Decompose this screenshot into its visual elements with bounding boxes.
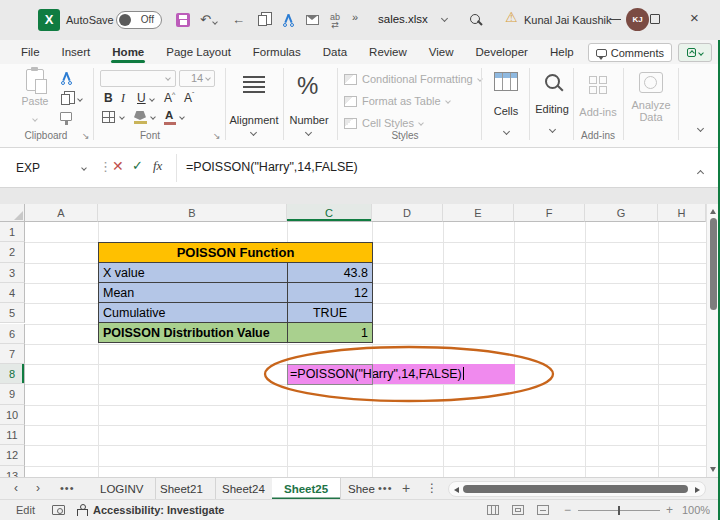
underline-chevron-icon[interactable] xyxy=(149,96,155,102)
row-header-12[interactable]: 12 xyxy=(0,445,25,465)
increase-font-button[interactable]: A^ xyxy=(164,91,175,105)
format-painter-icon[interactable] xyxy=(60,112,72,121)
row-value[interactable]: 43.8 xyxy=(288,263,373,283)
select-all-corner[interactable] xyxy=(0,204,25,222)
number-button[interactable]: Number xyxy=(284,114,334,126)
row-header-9[interactable]: 9 xyxy=(0,384,25,404)
horizontal-scrollbar[interactable] xyxy=(448,481,706,497)
underline-button[interactable]: U xyxy=(137,91,146,105)
file-menu-chevron-icon[interactable] xyxy=(441,15,448,22)
copy-icon[interactable] xyxy=(258,15,267,26)
font-dialog-launcher[interactable]: ↘ xyxy=(213,131,221,141)
scroll-right-icon[interactable] xyxy=(695,487,700,493)
cell-styles-button[interactable]: Cell Styles xyxy=(344,117,423,129)
font-color-chevron-icon[interactable] xyxy=(179,114,185,120)
copy-chevron-icon[interactable] xyxy=(77,96,83,102)
analyze-data-button[interactable]: Analyze Data xyxy=(628,72,674,123)
cells-button[interactable]: Cells xyxy=(486,72,526,138)
column-header-G[interactable]: G xyxy=(585,204,658,222)
row-label[interactable]: POISSON Distribution Value xyxy=(99,323,288,343)
sheet-tab-loginv[interactable]: LOGINV xyxy=(88,478,156,500)
avatar[interactable]: KJ xyxy=(626,8,649,31)
tab-review[interactable]: Review xyxy=(358,40,418,64)
scroll-up-icon[interactable] xyxy=(710,209,716,214)
zoom-in-icon[interactable]: + xyxy=(666,503,673,517)
autosave-toggle[interactable]: Off xyxy=(116,11,162,29)
borders-chevron-icon[interactable] xyxy=(119,114,125,120)
add-ins-button[interactable]: Add-ins xyxy=(576,76,620,118)
vertical-scroll-thumb[interactable] xyxy=(710,218,717,310)
sheet-tab-sheet24[interactable]: Sheet24 xyxy=(210,478,278,500)
bold-button[interactable]: B xyxy=(104,91,113,105)
row-label[interactable]: Mean xyxy=(99,283,288,303)
more-sheets-icon[interactable]: ••• xyxy=(378,482,393,494)
tab-formulas[interactable]: Formulas xyxy=(242,40,312,64)
format-as-table-button[interactable]: Format as Table xyxy=(344,95,450,107)
tab-view[interactable]: View xyxy=(418,40,465,64)
sheet-tab-sheet25[interactable]: Sheet25 xyxy=(272,478,341,500)
page-break-view-icon[interactable] xyxy=(537,505,549,515)
row-header-7[interactable]: 7 xyxy=(0,344,25,364)
comments-button[interactable]: Comments xyxy=(588,43,672,62)
all-sheets-icon[interactable]: ••• xyxy=(60,482,75,494)
formula-input[interactable]: =POISSON("Harry",14,FALSE) xyxy=(186,160,358,174)
tab-page-layout[interactable]: Page Layout xyxy=(155,40,242,64)
row-header-10[interactable]: 10 xyxy=(0,405,25,425)
scroll-left-icon[interactable] xyxy=(454,487,459,493)
sheet-options-icon[interactable]: ⋮ xyxy=(426,481,438,495)
cancel-entry-icon[interactable]: ✕ xyxy=(112,158,124,174)
formula-bar-collapse-icon[interactable] xyxy=(698,162,703,180)
clipboard-dialog-launcher[interactable]: ↘ xyxy=(82,131,90,141)
new-sheet-icon[interactable]: + xyxy=(402,480,410,496)
column-header-A[interactable]: A xyxy=(25,204,98,222)
row-label[interactable]: X value xyxy=(99,263,288,283)
scroll-down-icon[interactable] xyxy=(710,467,716,472)
search-icon[interactable] xyxy=(470,14,480,24)
row-value[interactable]: 12 xyxy=(288,283,373,303)
tab-developer[interactable]: Developer xyxy=(465,40,539,64)
maximize-button[interactable] xyxy=(650,14,660,24)
decrease-font-button[interactable]: Aˇ xyxy=(184,91,194,105)
save-icon[interactable] xyxy=(176,13,190,27)
column-header-E[interactable]: E xyxy=(443,204,514,222)
column-header-F[interactable]: F xyxy=(514,204,585,222)
macro-record-icon[interactable] xyxy=(52,505,65,515)
tab-file[interactable]: File xyxy=(10,40,51,64)
conditional-formatting-button[interactable]: Conditional Formatting xyxy=(344,73,482,85)
font-color-icon[interactable]: A xyxy=(165,109,173,121)
fill-chevron-icon[interactable] xyxy=(150,114,156,120)
tab-home[interactable]: Home xyxy=(101,40,155,64)
row-header-11[interactable]: 11 xyxy=(0,425,25,445)
undo-icon[interactable]: ↶ xyxy=(200,12,217,27)
column-header-D[interactable]: D xyxy=(372,204,443,222)
name-box[interactable]: EXP xyxy=(6,155,94,181)
font-name-select[interactable] xyxy=(100,70,176,87)
share-button[interactable] xyxy=(678,43,712,62)
ribbon-cut-icon[interactable] xyxy=(60,72,73,85)
tab-help[interactable]: Help xyxy=(539,40,585,64)
row-header-8[interactable]: 8 xyxy=(0,364,25,384)
accessibility-status[interactable]: Accessibility: Investigate xyxy=(93,504,224,516)
sheet-tab-sheet21[interactable]: Sheet21 xyxy=(148,478,216,500)
tab-insert[interactable]: Insert xyxy=(51,40,102,64)
normal-view-icon[interactable] xyxy=(487,505,499,515)
next-sheet-icon[interactable]: › xyxy=(36,481,40,495)
row-value[interactable]: TRUE xyxy=(288,303,373,323)
translate-icon[interactable]: ab⇄ xyxy=(330,13,340,29)
paste-button[interactable]: Paste xyxy=(18,69,52,127)
tab-data[interactable]: Data xyxy=(312,40,358,64)
row-header-5[interactable]: 5 xyxy=(0,303,25,323)
editing-button[interactable]: Editing xyxy=(532,74,572,136)
row-header-1[interactable]: 1 xyxy=(0,222,25,242)
horizontal-scroll-thumb[interactable] xyxy=(463,485,688,493)
ribbon-copy-icon[interactable] xyxy=(61,94,70,105)
column-header-C[interactable]: C xyxy=(287,204,372,222)
italic-button[interactable]: I xyxy=(121,91,125,106)
row-value[interactable]: 1 xyxy=(288,323,373,343)
zoom-level[interactable]: 100% xyxy=(682,504,710,516)
zoom-out-icon[interactable]: − xyxy=(564,503,571,517)
mail-icon[interactable] xyxy=(306,15,319,25)
row-header-2[interactable]: 2 xyxy=(0,242,25,262)
fill-color-icon[interactable] xyxy=(134,111,146,120)
sheet-tab-clipped[interactable]: Shee xyxy=(336,478,376,500)
